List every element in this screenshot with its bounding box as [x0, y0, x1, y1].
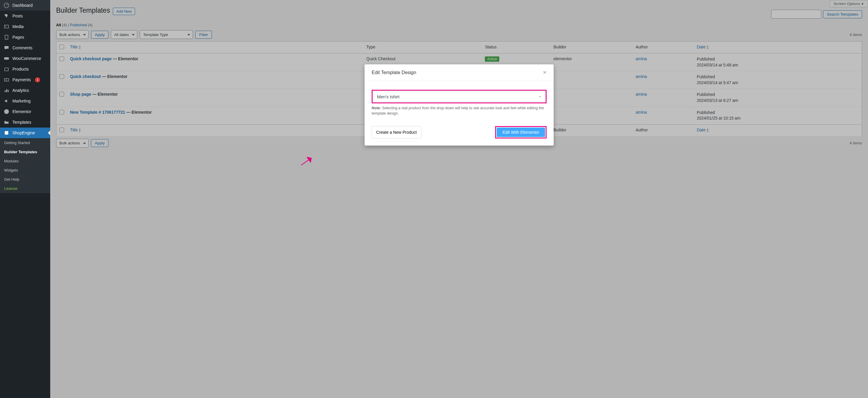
sidebar-item-analytics[interactable]: Analytics	[0, 85, 50, 96]
sidebar-item-posts[interactable]: Posts	[0, 11, 50, 21]
sidebar-item-woocommerce[interactable]: WooCommerce	[0, 53, 50, 64]
sidebar-label: Media	[12, 24, 24, 29]
svg-rect-9	[6, 89, 7, 92]
sidebar-item-products[interactable]: Products	[0, 64, 50, 74]
analytics-icon	[4, 88, 9, 93]
folder-icon	[4, 119, 9, 125]
edit-with-elementor-button[interactable]: Edit With Elementor	[497, 128, 545, 137]
woo-icon	[4, 56, 9, 61]
svg-rect-10	[8, 90, 8, 92]
sidebar-sub-widgets[interactable]: Widgets	[0, 166, 50, 175]
sidebar-item-templates[interactable]: Templates	[0, 117, 50, 128]
products-icon	[4, 66, 9, 72]
sidebar-label: Comments	[12, 45, 32, 50]
sidebar-sub-modules[interactable]: Modules	[0, 157, 50, 166]
close-icon[interactable]: ✕	[543, 70, 547, 75]
sidebar-sub-getting-started[interactable]: Getting Started	[0, 138, 50, 147]
comments-icon	[4, 45, 9, 51]
sidebar-item-media[interactable]: Media	[0, 21, 50, 32]
sidebar-item-elementor[interactable]: Elementor	[0, 106, 50, 117]
elementor-icon	[4, 109, 9, 114]
sidebar-label: Dashboard	[12, 3, 33, 8]
svg-rect-1	[4, 25, 8, 28]
sidebar-item-shopengine[interactable]: ShopEngine	[0, 128, 50, 138]
sidebar-label: Products	[12, 67, 29, 71]
sidebar-label: Posts	[12, 13, 23, 18]
svg-rect-8	[5, 90, 6, 92]
main-content: Screen Options Builder Templates Add New…	[50, 0, 868, 398]
svg-text:$: $	[6, 78, 7, 81]
megaphone-icon	[4, 98, 9, 104]
notification-badge: 1	[35, 77, 40, 82]
active-arrow-icon	[48, 131, 50, 135]
sidebar-label: Templates	[12, 120, 31, 125]
svg-rect-3	[5, 35, 8, 39]
sidebar-label: Payments	[12, 77, 31, 82]
admin-sidebar: Dashboard Posts Media Pages Comments Woo…	[0, 0, 50, 398]
edit-template-modal: Edit Template Design ✕ Men's tshirt Note…	[365, 64, 554, 145]
sidebar-item-pages[interactable]: Pages	[0, 32, 50, 42]
create-new-product-button[interactable]: Create a New Product	[372, 126, 421, 138]
svg-rect-5	[5, 68, 8, 71]
sidebar-label: Analytics	[12, 88, 29, 93]
sidebar-item-payments[interactable]: $Payments1	[0, 74, 50, 85]
sidebar-label: Elementor	[12, 109, 31, 114]
sidebar-label: ShopEngine	[12, 131, 35, 135]
sidebar-item-dashboard[interactable]: Dashboard	[0, 0, 50, 11]
sidebar-item-marketing[interactable]: Marketing	[0, 96, 50, 106]
pages-icon	[4, 34, 9, 40]
dashboard-icon	[4, 2, 9, 8]
svg-point-11	[4, 109, 9, 114]
pin-icon	[4, 13, 9, 19]
modal-overlay[interactable]	[50, 0, 868, 398]
sidebar-label: Pages	[12, 35, 24, 39]
payments-icon: $	[4, 77, 9, 83]
annotation-highlight: Edit With Elementor	[495, 126, 547, 138]
sidebar-sub-license[interactable]: License	[0, 184, 50, 193]
sidebar-label: WooCommerce	[12, 56, 41, 61]
svg-rect-4	[4, 57, 9, 60]
note-text: Note: Selecting a real product from the …	[372, 106, 547, 116]
product-select[interactable]: Men's tshirt	[373, 91, 545, 102]
annotation-highlight: Men's tshirt	[372, 90, 547, 103]
shopengine-icon	[4, 130, 9, 136]
media-icon	[4, 24, 9, 30]
svg-rect-12	[5, 131, 8, 135]
sidebar-sub-builder-templates[interactable]: Builder Templates	[0, 147, 50, 157]
svg-point-2	[5, 26, 6, 27]
sidebar-sub-get-help[interactable]: Get Help	[0, 175, 50, 184]
sidebar-label: Marketing	[12, 99, 30, 103]
sidebar-item-comments[interactable]: Comments	[0, 42, 50, 53]
modal-title: Edit Template Design	[372, 70, 416, 75]
